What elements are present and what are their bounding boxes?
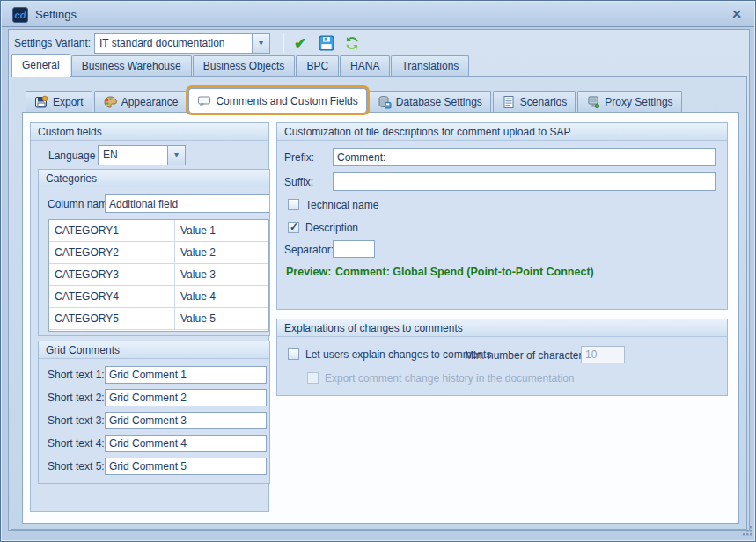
technical-name-label: Technical name xyxy=(305,199,378,211)
toolbar-separator xyxy=(283,33,284,53)
appearance-icon xyxy=(103,95,117,109)
customization-group: Customization of file descriptions for c… xyxy=(276,122,728,310)
category-cell[interactable]: CATEGORY1 xyxy=(49,220,175,241)
suffix-label: Suffix: xyxy=(284,176,313,188)
export-history-checkbox xyxy=(307,372,319,384)
language-value: EN xyxy=(99,146,167,165)
categories-group: Categories Column name: CATEGORY1 Value … xyxy=(38,169,270,336)
tab-scenarios[interactable]: Scenarios xyxy=(493,91,576,113)
export-icon xyxy=(34,95,48,109)
short-text-5-input[interactable] xyxy=(105,458,267,475)
category-cell[interactable]: CATEGORY3 xyxy=(49,264,175,285)
window-title: Settings xyxy=(35,8,77,21)
separator-input[interactable] xyxy=(333,240,375,258)
language-combobox[interactable]: EN ▾ xyxy=(98,145,186,165)
value-cell[interactable]: Value 1 xyxy=(175,220,268,241)
tab-general[interactable]: General xyxy=(11,54,70,77)
table-row[interactable]: CATEGORY1 Value 1 xyxy=(49,220,268,242)
tab-database-settings-label: Database Settings xyxy=(396,96,482,108)
customization-header: Customization of file descriptions for c… xyxy=(277,123,727,141)
refresh-button[interactable] xyxy=(341,33,363,54)
let-users-explain-checkbox[interactable] xyxy=(288,348,299,360)
grid-comments-group: Grid Comments Short text 1: Short text 2… xyxy=(38,341,270,484)
technical-name-checkbox[interactable] xyxy=(288,199,299,210)
scenarios-icon xyxy=(502,95,516,109)
tab-appearance-label: Appearance xyxy=(121,96,179,108)
save-button[interactable] xyxy=(316,33,337,54)
suffix-input[interactable] xyxy=(333,172,716,191)
general-tab-page: Export Appearance Comm xyxy=(11,76,747,530)
floppy-disk-icon xyxy=(319,35,334,51)
min-chars-label: Min. number of characters: xyxy=(465,349,591,362)
tab-appearance[interactable]: Appearance xyxy=(94,91,187,113)
comment-bubble-icon xyxy=(197,94,211,108)
refresh-icon xyxy=(344,35,360,51)
export-history-label: Export comment change history in the doc… xyxy=(325,372,575,385)
checkmark-icon: ✔ xyxy=(294,34,306,53)
tab-bpc[interactable]: BPC xyxy=(296,55,339,77)
tab-comments-and-custom-fields[interactable]: Comments and Custom Fields xyxy=(188,88,366,113)
value-cell[interactable]: Value 2 xyxy=(175,242,268,263)
tab-business-warehouse[interactable]: Business Warehouse xyxy=(71,55,192,77)
category-cell[interactable]: CATEGORY4 xyxy=(49,286,175,307)
short-text-1-input[interactable] xyxy=(105,366,267,384)
value-cell[interactable]: Value 5 xyxy=(175,308,268,329)
value-cell[interactable]: Value 4 xyxy=(175,286,268,307)
prefix-input[interactable] xyxy=(333,148,716,166)
tab-export-label: Export xyxy=(53,96,84,108)
close-icon[interactable]: ✕ xyxy=(731,7,742,21)
let-users-explain-label: Let users explain changes to comments xyxy=(305,348,491,361)
table-row[interactable]: CATEGORY4 Value 4 xyxy=(49,286,268,308)
tab-proxy-settings[interactable]: Proxy Settings xyxy=(577,91,681,113)
settings-variant-value: IT standard documentation xyxy=(95,34,252,53)
short-text-5-label: Short text 5: xyxy=(48,460,105,472)
client-area: Settings Variant: IT standard documentat… xyxy=(8,29,750,531)
settings-window: cd Settings ✕ Settings Variant: IT stand… xyxy=(0,0,756,542)
tab-translations[interactable]: Translations xyxy=(391,55,469,77)
explanations-header: Explanations of changes to comments xyxy=(277,319,727,337)
description-checkbox[interactable] xyxy=(288,222,299,233)
explanations-group: Explanations of changes to comments Let … xyxy=(276,319,728,396)
table-row[interactable]: CATEGORY2 Value 2 xyxy=(49,242,268,264)
settings-variant-label: Settings Variant: xyxy=(14,37,91,49)
app-logo-text: cd xyxy=(15,10,26,20)
tab-hana[interactable]: HANA xyxy=(340,55,390,77)
preview-label: Preview: xyxy=(286,266,331,278)
table-row[interactable]: CATEGORY5 Value 5 xyxy=(49,308,268,330)
category-cell[interactable]: CATEGORY2 xyxy=(49,242,175,263)
separator-label: Separator: xyxy=(284,244,334,256)
tab-scenarios-label: Scenarios xyxy=(520,96,567,108)
short-text-3-input[interactable] xyxy=(105,412,267,429)
short-text-2-input[interactable] xyxy=(105,389,267,406)
resize-grip-icon xyxy=(741,524,752,536)
prefix-label: Prefix: xyxy=(284,151,314,164)
chevron-down-icon[interactable]: ▾ xyxy=(252,34,269,53)
short-text-4-input[interactable] xyxy=(105,435,267,452)
tab-business-objects[interactable]: Business Objects xyxy=(193,55,296,77)
tab-export[interactable]: Export xyxy=(26,91,92,113)
database-icon xyxy=(378,95,392,109)
short-text-2-label: Short text 2: xyxy=(48,392,105,404)
column-name-input[interactable] xyxy=(105,194,270,213)
proxy-icon xyxy=(586,95,600,109)
app-logo-icon: cd xyxy=(12,7,28,23)
value-cell[interactable]: Value 3 xyxy=(175,264,268,285)
titlebar: cd Settings ✕ xyxy=(2,2,754,27)
table-row[interactable]: CATEGORY3 Value 3 xyxy=(49,264,268,286)
sub-tab-strip: Export Appearance Comm xyxy=(26,88,682,113)
tab-database-settings[interactable]: Database Settings xyxy=(369,91,491,113)
language-label: Language xyxy=(48,150,95,162)
tab-comments-label: Comments and Custom Fields xyxy=(216,95,357,107)
resize-grip[interactable] xyxy=(741,524,752,538)
short-text-4-label: Short text 4: xyxy=(48,437,105,450)
settings-variant-combobox[interactable]: IT standard documentation ▾ xyxy=(94,33,270,54)
chevron-down-icon[interactable]: ▾ xyxy=(167,146,185,165)
short-text-3-label: Short text 3: xyxy=(48,414,105,427)
grid-comments-header: Grid Comments xyxy=(39,341,269,359)
categories-table[interactable]: CATEGORY1 Value 1 CATEGORY2 Value 2 CATE… xyxy=(48,219,269,332)
apply-button[interactable]: ✔ xyxy=(290,33,311,54)
min-chars-input xyxy=(581,346,625,363)
categories-header: Categories xyxy=(39,170,269,187)
category-cell[interactable]: CATEGORY5 xyxy=(49,308,175,329)
short-text-1-label: Short text 1: xyxy=(48,369,105,381)
